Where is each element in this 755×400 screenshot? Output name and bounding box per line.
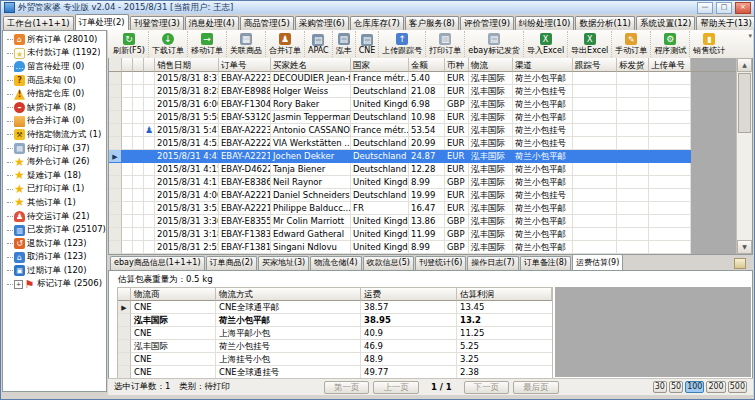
row-selector-cell[interactable]: [109, 137, 122, 150]
column-header-country[interactable]: 国家: [351, 58, 409, 72]
row-selector-cell[interactable]: [109, 163, 122, 176]
detail-tab[interactable]: 订单备注(8): [520, 256, 571, 270]
toolbar-button[interactable]: 下载订单: [148, 31, 187, 57]
toolbar-overflow-icon[interactable]: ▾: [748, 32, 752, 40]
sidebar-item[interactable]: 待打印订单 (37): [3, 142, 106, 156]
detail-tab[interactable]: 操作日志(7): [467, 256, 518, 270]
toolbar-button[interactable]: 上传跟踪号: [378, 31, 425, 57]
toolbar-button[interactable]: 导出Excel: [567, 31, 611, 57]
menu-tab[interactable]: 刊登管理(3): [130, 16, 184, 30]
scrollbar-track[interactable]: [737, 134, 752, 240]
menu-tab[interactable]: 消息处理(4): [185, 16, 239, 30]
detail-tab[interactable]: 买家地址(3): [258, 256, 309, 270]
table-row[interactable]: 2015/8/31 8:28 EBAY-E8988 Holger Weiss D…: [109, 85, 736, 98]
column-header-estimated-profit[interactable]: 估算利润: [457, 288, 552, 301]
toolbar-button[interactable]: 销售统计: [689, 31, 728, 57]
toolbar-button[interactable]: APAC: [304, 31, 332, 57]
table-row[interactable]: 2015/8/31 4:00 EBAY-A22218 Daniel Schnei…: [109, 189, 736, 202]
table-row[interactable]: 2015/8/31 4:45 EBAY-A22219 Jochen Dekker…: [109, 150, 736, 163]
sidebar-item[interactable]: 取消订单 (123): [3, 251, 106, 265]
freight-row[interactable]: CNE 上海挂号小包 48.9 3.25: [118, 353, 552, 366]
menu-tab[interactable]: 采购管理(6): [295, 16, 349, 30]
column-header-buyer-name[interactable]: 买家姓名: [271, 58, 351, 72]
sidebar-item[interactable]: 待交运订单 (21): [3, 210, 106, 224]
column-header-upload-no[interactable]: 上传单号: [649, 58, 691, 72]
page-size-button[interactable]: 200: [706, 381, 725, 393]
panel-corner-icon[interactable]: [734, 258, 746, 269]
prev-page-button[interactable]: 上一页: [373, 381, 419, 394]
row-selector-cell[interactable]: [109, 202, 122, 215]
detail-tab[interactable]: 订单商品(2): [206, 256, 257, 270]
toolbar-button[interactable]: 刷新(F5): [110, 31, 148, 57]
menu-tab[interactable]: 评价管理(9): [460, 16, 514, 30]
column-header-logistics[interactable]: 物流: [469, 58, 513, 72]
row-selector-cell[interactable]: [109, 111, 122, 124]
table-row[interactable]: 2015/8/31 4:11 EBAY-E8386 Neil Raynor Un…: [109, 176, 736, 189]
row-selector-cell[interactable]: [109, 228, 122, 241]
sidebar-item[interactable]: 未付款订单 (1192): [3, 47, 106, 61]
column-header-order-no[interactable]: 订单号: [219, 58, 271, 72]
sidebar-item[interactable]: 留言待处理 (0): [3, 60, 106, 74]
select-all-header-cell[interactable]: [109, 58, 122, 72]
last-page-button[interactable]: 最后页: [513, 381, 559, 394]
toolbar-button[interactable]: 手动订单: [611, 31, 650, 57]
minimize-button[interactable]: —: [697, 2, 713, 14]
sidebar-item[interactable]: + 标记订单 (2506): [3, 278, 106, 292]
row-selector-cell[interactable]: [109, 124, 122, 137]
table-row[interactable]: 2015/8/31 8:37 EBAY-A22238 DECOUDIER Jea…: [109, 72, 736, 85]
toolbar-button[interactable]: ebay标记发货: [464, 31, 523, 57]
toolbar-button[interactable]: 泓丰: [332, 31, 355, 57]
table-row[interactable]: 2015/8/31 4:15 EBAY-D4622 Tanja Biener D…: [109, 163, 736, 176]
row-selector-cell[interactable]: [109, 215, 122, 228]
table-row[interactable]: 2015/8/31 5:58 EBAY-S3120... Jasmin Tepp…: [109, 111, 736, 124]
maximize-button[interactable]: □: [716, 2, 732, 14]
toolbar-button[interactable]: 打印订单: [425, 31, 464, 57]
column-header-currency[interactable]: 币种: [445, 58, 469, 72]
sidebar-item[interactable]: 待指定物流方式 (1): [3, 128, 106, 142]
sidebar-item[interactable]: 所有订单 (28010): [3, 33, 106, 47]
menu-tab[interactable]: 工作台(1+1+1): [3, 16, 74, 30]
scrollbar-thumb[interactable]: [738, 73, 751, 133]
toolbar-button[interactable]: 移动订单: [187, 31, 226, 57]
table-row[interactable]: 2015/8/31 5:47 EBAY-A22234 Antonio CASSA…: [109, 124, 736, 137]
row-selector-cell[interactable]: [109, 176, 122, 189]
column-header-carrier[interactable]: 物流商: [131, 288, 216, 301]
sidebar-item[interactable]: 疑难订单 (18): [3, 169, 106, 183]
scroll-down-button[interactable]: ▼: [737, 240, 752, 254]
column-header-amount[interactable]: 金额: [409, 58, 445, 72]
sidebar-item[interactable]: 缺货订单 (8): [3, 101, 106, 115]
toolbar-button[interactable]: CNE: [355, 31, 379, 57]
page-size-button[interactable]: 500: [728, 381, 747, 393]
sidebar-item[interactable]: 过期订单 (120): [3, 264, 106, 278]
freight-row[interactable]: CNE CNE全球通平邮 38.57 13.45: [118, 301, 552, 314]
row-selector-cell[interactable]: [109, 98, 122, 111]
table-row[interactable]: 2015/8/31 2:55 EBAY-F1381 Singani Ndlovu…: [109, 241, 736, 254]
row-selector-cell[interactable]: [109, 150, 122, 163]
menu-tab[interactable]: 仓库库存(7): [350, 16, 404, 30]
column-header-mark-shipped[interactable]: 标发货: [617, 58, 649, 72]
menu-tab[interactable]: 系统设置(12): [636, 16, 695, 30]
menu-tab[interactable]: 纠纷处理(10): [515, 16, 574, 30]
row-selector-cell[interactable]: [109, 72, 122, 85]
detail-tab[interactable]: ebay商品信息(1+1+1): [110, 256, 205, 270]
toolbar-button[interactable]: 合并订单: [265, 31, 304, 57]
sidebar-item[interactable]: 退款订单 (123): [3, 237, 106, 251]
table-row[interactable]: 2015/8/31 6:00 EBAY-F1304 Rory Baker Uni…: [109, 98, 736, 111]
column-header-freight-fee[interactable]: 运费: [361, 288, 457, 301]
toolbar-button[interactable]: 关联商品: [226, 31, 265, 57]
sidebar-item[interactable]: 已发货订单 (25107): [3, 223, 106, 237]
sidebar-item[interactable]: 待合并订单 (0): [3, 115, 106, 129]
table-row[interactable]: 2015/8/31 3:18 EBAY-F1383 Edward Gathera…: [109, 228, 736, 241]
page-size-button[interactable]: 100: [685, 381, 704, 393]
column-header-sale-date[interactable]: 销售日期: [155, 58, 219, 72]
menu-tab[interactable]: 商品管理(5): [240, 16, 294, 30]
column-header-tracking-no[interactable]: 跟踪号: [573, 58, 617, 72]
freight-row[interactable]: 泓丰国际 荷兰小包挂号 46.9 5.25: [118, 340, 552, 353]
detail-tab[interactable]: 收款信息(5): [363, 256, 414, 270]
close-button[interactable]: ×: [735, 2, 751, 14]
table-row[interactable]: 2015/8/31 3:30 EBAY-E8355 Mr Colin Marri…: [109, 215, 736, 228]
freight-row[interactable]: CNE 上海平邮小包 40.9 11.25: [118, 327, 552, 340]
sidebar-item[interactable]: 海外仓订单 (26): [3, 155, 106, 169]
menu-tab[interactable]: 客户服务(8): [405, 16, 459, 30]
toolbar-button[interactable]: 导入Excel: [523, 31, 567, 57]
